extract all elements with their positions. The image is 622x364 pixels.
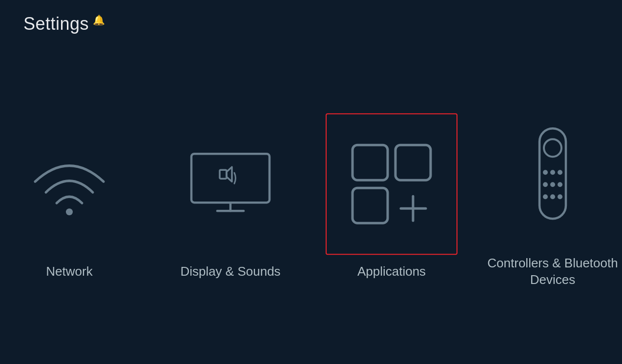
svg-point-15 xyxy=(543,182,548,187)
svg-point-13 xyxy=(550,170,555,175)
svg-point-19 xyxy=(550,194,555,199)
svg-point-17 xyxy=(558,182,562,187)
settings-item-applications[interactable]: Applications xyxy=(326,113,457,280)
settings-item-display[interactable]: Display & Sounds xyxy=(165,113,296,280)
network-icon-container xyxy=(3,113,135,255)
svg-point-14 xyxy=(558,170,562,175)
svg-point-11 xyxy=(544,139,561,157)
display-sounds-icon xyxy=(189,151,272,217)
svg-rect-5 xyxy=(352,145,388,181)
settings-item-controllers[interactable]: Controllers & Bluetooth Devices xyxy=(487,105,619,288)
settings-item-network[interactable]: Network xyxy=(3,113,135,280)
svg-point-0 xyxy=(66,208,73,215)
controllers-icon-container xyxy=(487,105,619,246)
controllers-label: Controllers & Bluetooth Devices xyxy=(487,255,619,288)
notification-icon: 🔔 xyxy=(93,14,105,26)
display-sounds-label: Display & Sounds xyxy=(180,263,280,280)
wifi-icon xyxy=(30,152,108,216)
applications-label: Applications xyxy=(357,263,426,280)
svg-point-12 xyxy=(543,170,548,175)
svg-point-18 xyxy=(543,194,548,199)
controllers-icon xyxy=(531,126,575,225)
svg-rect-6 xyxy=(395,145,431,181)
display-icon-container xyxy=(165,113,296,255)
svg-point-16 xyxy=(550,182,555,187)
applications-icon-container xyxy=(326,113,457,255)
network-label: Network xyxy=(46,263,92,280)
page-title: Settings🔔 xyxy=(23,14,105,34)
settings-title: Settings xyxy=(23,14,89,34)
settings-grid: Network Disp xyxy=(3,105,619,288)
applications-icon xyxy=(345,141,438,228)
svg-rect-7 xyxy=(352,188,388,223)
svg-rect-4 xyxy=(220,170,227,179)
svg-rect-1 xyxy=(191,154,270,202)
svg-point-20 xyxy=(558,194,562,199)
